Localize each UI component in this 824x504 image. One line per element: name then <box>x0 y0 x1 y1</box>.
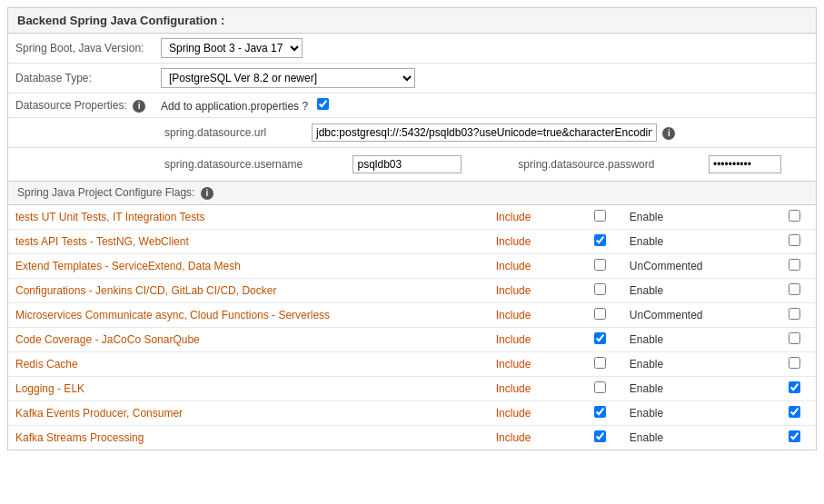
flag-name-4: Microservices Communicate async, Cloud F… <box>8 303 489 328</box>
flag-name-0: tests UT Unit Tests, IT Integration Test… <box>8 205 489 230</box>
flag-enable-checkbox-2[interactable] <box>789 259 800 271</box>
flag-include-checkbox-cell-8 <box>579 401 622 426</box>
flag-enable-checkbox-6[interactable] <box>789 357 800 369</box>
flags-table: tests UT Unit Tests, IT Integration Test… <box>8 205 816 450</box>
flag-include-checkbox-5[interactable] <box>594 332 606 344</box>
url-info-icon[interactable]: i <box>662 127 675 140</box>
flag-include-checkbox-cell-4 <box>579 303 622 328</box>
datasource-label: Datasource Properties: i <box>8 94 154 118</box>
flag-enable-checkbox-cell-6 <box>772 352 816 377</box>
flag-row: tests UT Unit Tests, IT Integration Test… <box>8 205 816 230</box>
flag-name-9: Kafka Streams Processing <box>8 426 489 450</box>
spring-boot-select[interactable]: Spring Boot 3 - Java 17 Spring Boot 2 - … <box>161 38 303 58</box>
flag-enable-checkbox-3[interactable] <box>789 283 800 295</box>
datasource-props-row: Datasource Properties: i Add to applicat… <box>8 94 816 118</box>
flag-name-8: Kafka Events Producer, Consumer <box>8 401 489 426</box>
database-select[interactable]: [PostgreSQL Ver 8.2 or newer] MySQL H2 O… <box>161 68 415 88</box>
flag-name-2: Extend Templates - ServiceExtend, Data M… <box>8 254 489 279</box>
flag-row: Configurations - Jenkins CI/CD, GitLab C… <box>8 279 816 303</box>
flag-enable-checkbox-cell-3 <box>772 279 816 303</box>
flag-action-8: Include <box>489 401 579 426</box>
flag-name-5: Code Coverage - JaCoCo SonarQube <box>8 328 489 352</box>
flag-enable-checkbox-cell-4 <box>772 303 816 328</box>
flag-include-checkbox-cell-1 <box>579 230 622 254</box>
flag-state-7: Enable <box>622 377 772 401</box>
flag-enable-checkbox-1[interactable] <box>789 234 800 246</box>
flag-action-5: Include <box>489 328 579 352</box>
flag-include-checkbox-cell-9 <box>579 426 622 450</box>
flag-row: Kafka Streams Processing Include Enable <box>8 426 816 450</box>
flag-enable-checkbox-4[interactable] <box>789 308 800 320</box>
flag-state-2: UnCommented <box>622 254 772 279</box>
flag-enable-checkbox-cell-1 <box>772 230 816 254</box>
flag-action-0: Include <box>489 205 579 230</box>
url-label: spring.datasource.url <box>164 126 266 139</box>
flag-enable-checkbox-cell-2 <box>772 254 816 279</box>
database-label: Database Type: <box>8 64 154 94</box>
flag-state-8: Enable <box>622 401 772 426</box>
add-to-props-label: Add to application.properties ? <box>161 100 308 113</box>
flag-action-4: Include <box>489 303 579 328</box>
flag-row: Microservices Communicate async, Cloud F… <box>8 303 816 328</box>
username-label: spring.datasource.username <box>164 158 303 171</box>
flag-include-checkbox-1[interactable] <box>594 234 606 246</box>
flag-include-checkbox-8[interactable] <box>594 406 606 418</box>
flag-state-5: Enable <box>622 328 772 352</box>
main-container: Backend Spring Java Configuration : Spri… <box>7 7 817 450</box>
section-title: Backend Spring Java Configuration : <box>17 14 224 27</box>
datasource-info-icon[interactable]: i <box>133 100 145 113</box>
flags-header-label: Spring Java Project Configure Flags: <box>17 186 194 199</box>
flag-include-checkbox-2[interactable] <box>594 259 606 271</box>
flag-enable-checkbox-0[interactable] <box>789 210 800 222</box>
flag-action-3: Include <box>489 279 579 303</box>
flag-row: Code Coverage - JaCoCo SonarQube Include… <box>8 328 816 352</box>
database-value-cell: [PostgreSQL Ver 8.2 or newer] MySQL H2 O… <box>154 64 723 94</box>
flag-enable-checkbox-5[interactable] <box>789 332 800 344</box>
flag-enable-checkbox-cell-5 <box>772 328 816 352</box>
datasource-credentials-cell: spring.datasource.username spring.dataso… <box>154 148 816 182</box>
flag-state-0: Enable <box>622 205 772 230</box>
flag-include-checkbox-cell-5 <box>579 328 622 352</box>
flag-include-checkbox-7[interactable] <box>594 381 606 393</box>
datasource-addtoprops-cell: Add to application.properties ? <box>154 94 723 118</box>
flag-enable-checkbox-9[interactable] <box>789 430 800 442</box>
flag-action-9: Include <box>489 426 579 450</box>
flag-state-9: Enable <box>622 426 772 450</box>
flag-include-checkbox-9[interactable] <box>594 430 606 442</box>
flag-enable-checkbox-8[interactable] <box>789 406 800 418</box>
flag-include-checkbox-cell-3 <box>579 279 622 303</box>
flag-action-6: Include <box>489 352 579 377</box>
flag-action-1: Include <box>489 230 579 254</box>
flag-name-7: Logging - ELK <box>8 377 489 401</box>
flag-include-checkbox-cell-7 <box>579 377 622 401</box>
flag-row: Kafka Events Producer, Consumer Include … <box>8 401 816 426</box>
password-label: spring.datasource.password <box>518 158 654 171</box>
flag-row: Extend Templates - ServiceExtend, Data M… <box>8 254 816 279</box>
datasource-credentials-row: spring.datasource.username spring.dataso… <box>8 148 816 182</box>
add-to-props-checkbox[interactable] <box>317 98 329 110</box>
flag-enable-checkbox-cell-8 <box>772 401 816 426</box>
flag-enable-checkbox-cell-0 <box>772 205 816 230</box>
flag-include-checkbox-4[interactable] <box>594 308 606 320</box>
config-table: Spring Boot, Java Version: Spring Boot 3… <box>8 34 816 181</box>
flag-row: tests API Tests - TestNG, WebClient Incl… <box>8 230 816 254</box>
flag-include-checkbox-0[interactable] <box>594 210 606 222</box>
flag-row: Redis Cache Include Enable <box>8 352 816 377</box>
datasource-username-input[interactable] <box>352 155 462 173</box>
flags-info-icon[interactable]: i <box>201 187 213 200</box>
flag-state-4: UnCommented <box>622 303 772 328</box>
flag-include-checkbox-cell-6 <box>579 352 622 377</box>
flag-state-6: Enable <box>622 352 772 377</box>
flag-enable-checkbox-cell-9 <box>772 426 816 450</box>
flag-include-checkbox-6[interactable] <box>594 357 606 369</box>
datasource-password-input[interactable] <box>709 155 781 173</box>
flag-enable-checkbox-7[interactable] <box>789 381 800 393</box>
datasource-url-input[interactable] <box>312 124 657 142</box>
flags-section-header: Spring Java Project Configure Flags: i <box>8 181 816 205</box>
flag-name-6: Redis Cache <box>8 352 489 377</box>
flag-include-checkbox-3[interactable] <box>594 283 606 295</box>
spring-boot-row: Spring Boot, Java Version: Spring Boot 3… <box>8 34 816 64</box>
flag-state-3: Enable <box>622 279 772 303</box>
spring-boot-value-cell: Spring Boot 3 - Java 17 Spring Boot 2 - … <box>154 34 723 64</box>
flag-action-7: Include <box>489 377 579 401</box>
